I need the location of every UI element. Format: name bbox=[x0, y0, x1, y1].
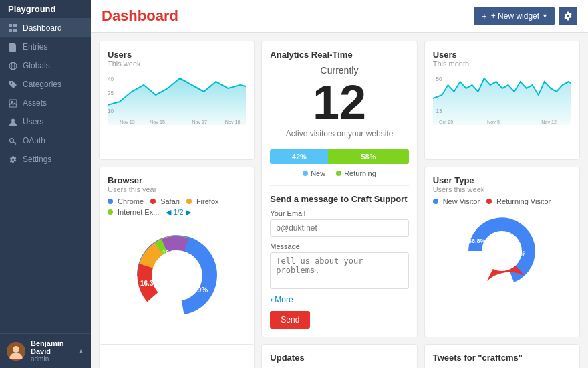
user-icon bbox=[8, 117, 17, 126]
usertype-widget: User Type Users this week New Visitor Re… bbox=[424, 167, 580, 338]
svg-text:63.2%: 63.2% bbox=[506, 250, 525, 258]
sidebar-label-settings: Settings bbox=[23, 155, 51, 164]
svg-text:10.6%: 10.6% bbox=[162, 249, 180, 256]
grid-icon bbox=[8, 23, 17, 33]
users-week-widget: Users This week 40 25 10 Nov 13 bbox=[99, 41, 255, 160]
svg-text:40: 40 bbox=[108, 76, 114, 83]
browser-title: Browser bbox=[108, 175, 246, 185]
dashboard-grid: Users This week 40 25 10 Nov 13 bbox=[91, 33, 588, 368]
svg-text:50: 50 bbox=[436, 76, 442, 83]
sidebar-item-users[interactable]: Users bbox=[0, 112, 91, 131]
active-label: Active visitors on your website bbox=[270, 129, 408, 139]
svg-text:Oct 29: Oct 29 bbox=[439, 119, 453, 125]
svg-text:10: 10 bbox=[108, 108, 114, 115]
tweets-title: Tweets for "craftcms" bbox=[433, 353, 571, 363]
new-bar: 42% bbox=[270, 149, 328, 164]
svg-text:Nov 15: Nov 15 bbox=[150, 119, 165, 125]
plus-icon: ＋ bbox=[480, 11, 488, 22]
page-title: Dashboard bbox=[102, 7, 178, 25]
file-icon bbox=[8, 42, 17, 52]
sidebar-item-oauth[interactable]: OAuth bbox=[0, 131, 91, 150]
widget-settings-button[interactable] bbox=[559, 7, 577, 25]
svg-text:67.9%: 67.9% bbox=[187, 286, 208, 294]
currently-label: Currently bbox=[270, 65, 408, 76]
users-month-title: Users bbox=[433, 50, 571, 60]
legend-firefox: Firefox bbox=[186, 197, 219, 205]
legend-safari: Safari bbox=[150, 197, 180, 205]
svg-text:16.3%: 16.3% bbox=[140, 280, 159, 287]
sidebar-item-assets[interactable]: Assets bbox=[0, 94, 91, 112]
support-title: Send a message to Craft Support bbox=[270, 194, 408, 204]
sidebar-item-dashboard[interactable]: Dashboard bbox=[0, 19, 91, 37]
tag-icon bbox=[8, 80, 17, 89]
more-link[interactable]: ›More bbox=[270, 295, 408, 304]
returning-bar: 58% bbox=[328, 149, 408, 164]
svg-rect-2 bbox=[9, 29, 12, 32]
legend-other: ◀ 1/2 ▶ bbox=[166, 208, 190, 217]
message-input[interactable] bbox=[270, 252, 408, 289]
user-role: admin bbox=[31, 355, 72, 363]
browser-widget: Browser Users this year Chrome Safari Fi… bbox=[99, 167, 255, 369]
svg-text:13: 13 bbox=[436, 108, 442, 115]
browser-donut-chart: 67.9% 16.3% 10.6% bbox=[108, 222, 246, 329]
browser-legend: Chrome Safari Firefox Internet Ex... ◀ 1… bbox=[108, 197, 246, 217]
user-name: Benjamin David bbox=[31, 339, 72, 355]
users-month-chart: 50 13 Oct 29 Nov 5 Nov 12 bbox=[433, 72, 571, 118]
sidebar-item-globals[interactable]: Globals bbox=[0, 56, 91, 75]
gear-icon bbox=[563, 11, 573, 21]
svg-point-12 bbox=[13, 346, 19, 353]
svg-text:Nov 18: Nov 18 bbox=[225, 119, 241, 125]
email-label: Your Email bbox=[270, 209, 408, 217]
user-info: Benjamin David admin bbox=[31, 339, 72, 363]
user-profile[interactable]: Benjamin David admin ▲ bbox=[0, 333, 91, 368]
returning-legend: Returning bbox=[336, 169, 376, 177]
updates-widget: Updates bbox=[261, 344, 417, 368]
main-content: Dashboard ＋ + New widget ▼ Users This we… bbox=[91, 0, 588, 368]
svg-text:25: 25 bbox=[108, 90, 114, 97]
svg-point-10 bbox=[9, 138, 13, 142]
browser-subtitle: Users this year bbox=[108, 185, 246, 193]
new-legend: New bbox=[303, 169, 325, 177]
sidebar-label-oauth: OAuth bbox=[23, 136, 45, 145]
topbar-actions: ＋ + New widget ▼ bbox=[474, 7, 577, 25]
svg-point-9 bbox=[11, 118, 15, 122]
legend-chrome: Chrome bbox=[108, 197, 144, 205]
users-week-chart: 40 25 10 Nov 13 Nov 15 Nov 17 Nov 18 bbox=[108, 72, 246, 118]
key-icon bbox=[8, 136, 17, 145]
updates-title: Updates bbox=[270, 353, 408, 363]
globe-icon bbox=[8, 61, 17, 70]
sidebar-label-assets: Assets bbox=[23, 98, 47, 108]
users-week-subtitle: This week bbox=[108, 60, 246, 68]
sidebar-item-categories[interactable]: Categories bbox=[0, 75, 91, 94]
legend-returning-visitor: Returning Visitor bbox=[486, 197, 551, 205]
chevron-up-icon: ▲ bbox=[78, 347, 84, 355]
sidebar-title: Playground bbox=[0, 0, 91, 19]
usertype-title: User Type bbox=[433, 175, 571, 185]
analytics-widget: Analytics Real-Time Currently 12 Active … bbox=[261, 41, 417, 337]
legend-ie: Internet Ex... bbox=[108, 208, 159, 216]
analytics-value: 12 bbox=[270, 78, 408, 126]
svg-text:36.8%: 36.8% bbox=[468, 238, 486, 244]
send-button[interactable]: Send bbox=[270, 311, 310, 329]
svg-text:Nov 12: Nov 12 bbox=[541, 119, 557, 125]
sidebar: Playground Dashboard Entries Globals Cat… bbox=[0, 0, 91, 368]
usertype-donut-chart: 63.2% 36.8% bbox=[433, 211, 571, 291]
topbar: Dashboard ＋ + New widget ▼ bbox=[91, 0, 588, 33]
svg-text:Nov 17: Nov 17 bbox=[192, 119, 207, 125]
users-week-title: Users bbox=[108, 50, 246, 60]
sidebar-label-globals: Globals bbox=[23, 61, 50, 70]
usertype-subtitle: Users this week bbox=[433, 185, 571, 193]
email-input[interactable] bbox=[270, 219, 408, 237]
new-widget-button[interactable]: ＋ + New widget ▼ bbox=[474, 7, 555, 25]
analytics-title: Analytics Real-Time bbox=[270, 50, 408, 60]
analytics-center: Currently 12 Active visitors on your web… bbox=[270, 65, 408, 177]
chevron-down-icon: ▼ bbox=[542, 13, 548, 19]
sidebar-label-categories: Categories bbox=[23, 80, 61, 89]
support-form: Your Email Message ›More Send bbox=[270, 209, 408, 329]
svg-rect-1 bbox=[13, 24, 17, 27]
message-label: Message bbox=[270, 242, 408, 250]
settings-icon bbox=[8, 155, 17, 164]
sidebar-item-entries[interactable]: Entries bbox=[0, 37, 91, 56]
users-month-widget: Users This month 50 13 Oct 29 Nov 5 bbox=[424, 41, 580, 160]
sidebar-item-settings[interactable]: Settings bbox=[0, 150, 91, 169]
